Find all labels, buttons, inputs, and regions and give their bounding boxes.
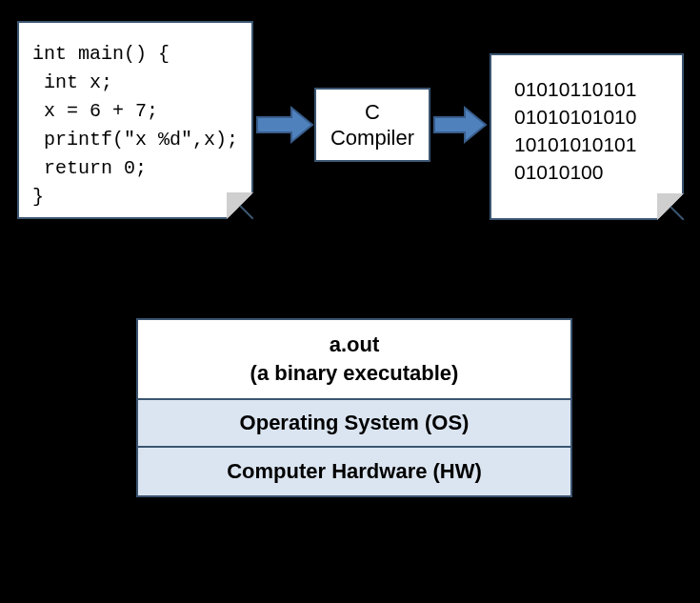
arrow-icon [432, 105, 488, 145]
arrow-icon [255, 105, 314, 145]
svg-line-0 [227, 192, 253, 219]
svg-marker-2 [257, 108, 312, 142]
source-code-text: int main() { int x; x = 6 + 7; printf("x… [32, 40, 242, 211]
svg-line-4 [657, 193, 684, 220]
binary-output-document: 01010110101 01010101010 10101010101 0101… [490, 53, 684, 220]
layer-executable-title: a.out [330, 331, 380, 359]
layer-os-label: Operating System (OS) [240, 411, 470, 435]
page-fold-icon [657, 193, 684, 220]
system-layer-stack: a.out (a binary executable) Operating Sy… [136, 318, 572, 497]
source-code-document: int main() { int x; x = 6 + 7; printf("x… [17, 21, 253, 219]
layer-hardware-label: Computer Hardware (HW) [227, 459, 482, 484]
compiler-label-line2: Compiler [330, 125, 414, 151]
svg-marker-3 [434, 108, 486, 142]
binary-output-text: 01010110101 01010101010 10101010101 0101… [514, 76, 669, 187]
layer-executable-subtitle: (a binary executable) [250, 359, 459, 388]
layer-executable: a.out (a binary executable) [138, 320, 570, 400]
layer-hardware: Computer Hardware (HW) [138, 448, 570, 495]
page-fold-icon [227, 192, 253, 219]
compiler-box: C Compiler [314, 88, 430, 162]
compilation-diagram: int main() { int x; x = 6 + 7; printf("x… [0, 0, 700, 603]
layer-os: Operating System (OS) [138, 400, 570, 448]
compiler-label-line1: C [330, 99, 414, 126]
